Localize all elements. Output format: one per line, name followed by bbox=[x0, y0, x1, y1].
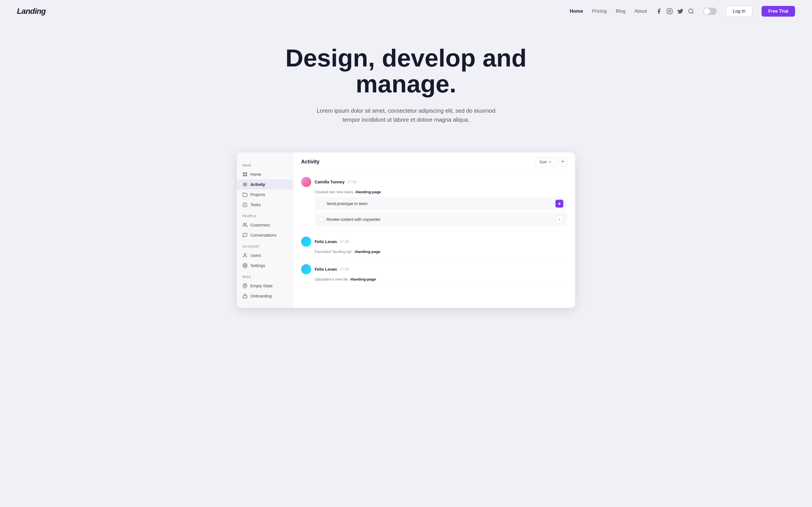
sidebar-label-projects: Projects bbox=[250, 192, 265, 197]
free-trial-button[interactable]: Free Trial bbox=[762, 6, 795, 17]
svg-point-12 bbox=[244, 253, 246, 255]
task-checkbox[interactable] bbox=[319, 201, 324, 206]
sidebar-label-customers: Customers bbox=[250, 223, 270, 227]
activity-meta: Camilla Tunney 17:32 bbox=[315, 180, 357, 184]
activity-desc-prefix: Uploaded a new file. bbox=[315, 277, 349, 281]
svg-rect-7 bbox=[246, 175, 247, 176]
task-item: Send prototype to team ★ bbox=[315, 197, 567, 210]
sidebar-item-activity[interactable]: Activity bbox=[237, 179, 293, 189]
task-item: Review content with copywriter + bbox=[315, 213, 567, 226]
activity-user: Felix Levan bbox=[315, 267, 337, 272]
sidebar-label-users: Users bbox=[250, 253, 261, 258]
sidebar-item-settings[interactable]: Settings bbox=[237, 261, 293, 271]
sidebar-section-misc: MISC bbox=[237, 275, 293, 281]
activity-user: Felix Levan bbox=[315, 239, 337, 244]
sidebar-label-conversations: Conversations bbox=[250, 233, 276, 237]
app-preview: MAIN Home Activity Projects Tasks PEOPLE… bbox=[237, 152, 575, 308]
activity-desc: Created two new tasks. #landing-page bbox=[301, 190, 567, 194]
user-icon bbox=[243, 253, 248, 258]
activity-item-header: Felix Levan 17:29 bbox=[301, 237, 567, 247]
activity-desc-prefix: Created two new tasks. bbox=[315, 190, 354, 194]
task-label: Send prototype to team bbox=[326, 202, 368, 206]
sidebar-item-onboarding[interactable]: Onboarding bbox=[237, 291, 293, 301]
hero-subtitle: Lorem ipsum dolor sit amet, consectetur … bbox=[310, 106, 502, 124]
sidebar-item-projects[interactable]: Projects bbox=[237, 189, 293, 200]
sidebar-item-conversations[interactable]: Conversations bbox=[237, 230, 293, 240]
sidebar-item-tasks[interactable]: Tasks bbox=[237, 200, 293, 210]
sort-button[interactable]: Sort bbox=[535, 158, 556, 166]
sidebar-item-customers[interactable]: Customers bbox=[237, 220, 293, 230]
sidebar-label-settings: Settings bbox=[250, 263, 265, 268]
chevron-down-icon bbox=[548, 160, 552, 164]
hero-section: Design, develop and manage. Lorem ipsum … bbox=[0, 22, 812, 141]
sidebar-item-users[interactable]: Users bbox=[237, 250, 293, 261]
nav-home[interactable]: Home bbox=[570, 8, 583, 14]
activity-item-header: Felix Levan 17:28 bbox=[301, 264, 567, 274]
activity-desc: Uploaded a new file. #landing-page bbox=[301, 277, 567, 281]
chat-icon bbox=[243, 233, 248, 238]
svg-rect-6 bbox=[243, 175, 245, 176]
navbar: Landing Home Pricing Blog About Log In F… bbox=[0, 0, 812, 22]
task-left: Review content with copywriter bbox=[319, 217, 380, 222]
activity-header: Activity Sort + bbox=[293, 152, 575, 172]
activity-meta: Felix Levan 17:29 bbox=[315, 239, 349, 244]
gear-icon bbox=[243, 263, 248, 268]
hero-title: Design, develop and manage. bbox=[279, 45, 533, 97]
twitter-icon[interactable] bbox=[677, 8, 683, 14]
nav-links: Home Pricing Blog About bbox=[570, 8, 647, 14]
task-checkbox[interactable] bbox=[319, 217, 324, 222]
activity-desc-prefix: Favorited "landing.zip". bbox=[315, 249, 354, 254]
nav-blog[interactable]: Blog bbox=[616, 8, 625, 14]
navbar-right: Home Pricing Blog About Log In Free Tria… bbox=[570, 6, 795, 17]
svg-point-14 bbox=[245, 285, 246, 286]
sidebar-label-onboarding: Onboarding bbox=[250, 294, 272, 298]
svg-rect-5 bbox=[246, 172, 247, 174]
nav-about[interactable]: About bbox=[635, 8, 647, 14]
avatar bbox=[301, 264, 311, 274]
sidebar-label-empty-state: Empty State bbox=[250, 284, 273, 288]
sidebar-item-home[interactable]: Home bbox=[237, 169, 293, 179]
logo: Landing bbox=[17, 7, 46, 16]
facebook-icon[interactable] bbox=[656, 8, 662, 14]
activity-meta: Felix Levan 17:28 bbox=[315, 267, 349, 272]
avatar bbox=[301, 177, 311, 187]
svg-point-13 bbox=[245, 265, 246, 267]
task-star-button[interactable]: ★ bbox=[555, 200, 563, 208]
sidebar-section-main: MAIN bbox=[237, 164, 293, 169]
svg-rect-15 bbox=[243, 296, 247, 298]
task-list: Send prototype to team ★ Review content … bbox=[301, 197, 567, 226]
folder-icon bbox=[243, 192, 248, 197]
theme-toggle[interactable] bbox=[703, 8, 717, 15]
svg-line-3 bbox=[693, 12, 694, 13]
sidebar-item-empty-state[interactable]: Empty State bbox=[237, 281, 293, 291]
task-add-button[interactable]: + bbox=[555, 216, 563, 223]
sidebar-section-account: ACCOUNT bbox=[237, 245, 293, 250]
activity-hashtag: #landing-page bbox=[355, 249, 380, 254]
avatar bbox=[301, 237, 311, 247]
activity-desc: Favorited "landing.zip". #landing-page bbox=[301, 249, 567, 254]
activity-hashtag: #landing-page bbox=[355, 190, 381, 194]
sidebar-label-tasks: Tasks bbox=[250, 203, 261, 207]
sidebar: MAIN Home Activity Projects Tasks PEOPLE… bbox=[237, 152, 293, 308]
instagram-icon[interactable] bbox=[666, 8, 673, 14]
svg-rect-0 bbox=[667, 9, 672, 14]
sort-label: Sort bbox=[539, 160, 547, 164]
add-button[interactable]: + bbox=[558, 158, 567, 166]
main-content: Activity Sort + Camilla Tunney 17:32 bbox=[293, 152, 575, 308]
task-left: Send prototype to team bbox=[319, 201, 368, 206]
activity-title: Activity bbox=[301, 159, 319, 165]
login-button[interactable]: Log In bbox=[726, 6, 752, 17]
activity-user: Camilla Tunney bbox=[315, 180, 345, 184]
activity-time: 17:32 bbox=[347, 180, 357, 184]
sidebar-label-activity: Activity bbox=[250, 182, 265, 187]
sidebar-section-people: PEOPLE bbox=[237, 214, 293, 220]
task-label: Review content with copywriter bbox=[326, 217, 380, 222]
activity-hashtag: #landing-page bbox=[350, 277, 376, 281]
activity-item-header: Camilla Tunney 17:32 bbox=[301, 177, 567, 187]
lock-icon bbox=[243, 293, 248, 298]
location-icon bbox=[243, 283, 248, 288]
search-icon[interactable] bbox=[688, 8, 694, 14]
users-icon bbox=[243, 223, 248, 228]
nav-pricing[interactable]: Pricing bbox=[592, 8, 607, 14]
activity-time: 17:28 bbox=[340, 267, 349, 271]
